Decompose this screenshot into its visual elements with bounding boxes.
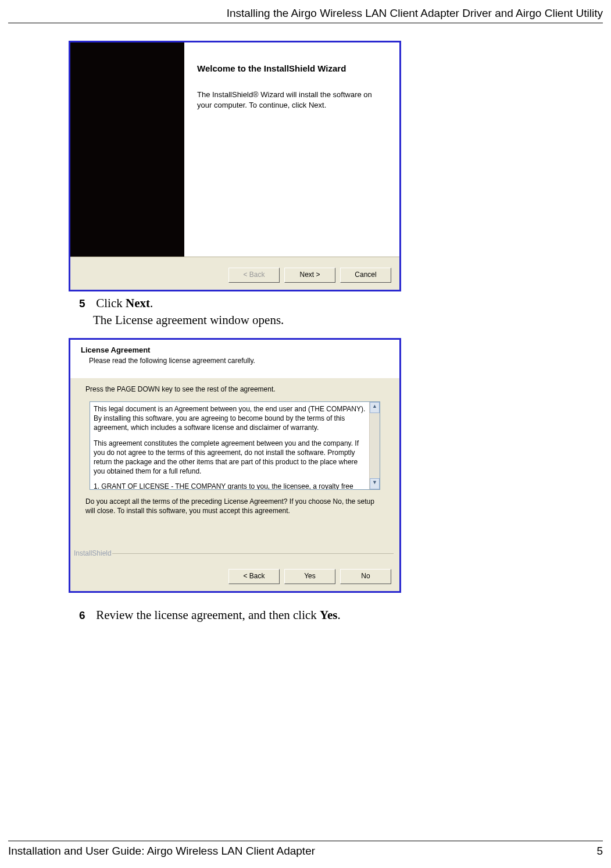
step-text: Click Next.: [96, 296, 153, 310]
wizard-sidebar-image: [70, 42, 184, 257]
cancel-button[interactable]: Cancel: [340, 268, 391, 283]
wizard-body-text: The InstallShield® Wizard will install t…: [197, 90, 387, 110]
license-accept-text: Do you accept all the terms of the prece…: [85, 497, 384, 515]
footer-rule: [8, 841, 603, 841]
step-5: 5 Click Next.: [79, 296, 588, 311]
no-button[interactable]: No: [340, 569, 391, 584]
scrollbar[interactable]: ▲ ▼: [369, 402, 380, 489]
step-number: 6: [79, 609, 93, 622]
license-agreement-dialog: License Agreement Please read the follow…: [69, 338, 401, 593]
header-rule: [8, 23, 603, 23]
step-6: 6 Review the license agreement, and then…: [79, 608, 588, 622]
license-title: License Agreement: [81, 346, 389, 354]
page-content: Welcome to the InstallShield Wizard The …: [69, 41, 588, 625]
step-number: 5: [79, 297, 93, 310]
license-subtitle: Please read the following license agreem…: [89, 357, 389, 365]
license-text-content: This legal document is an Agreement betw…: [90, 402, 369, 489]
license-hint: Press the PAGE DOWN key to see the rest …: [85, 385, 384, 393]
wizard-main-panel: Welcome to the InstallShield Wizard The …: [184, 42, 399, 257]
page-number: 5: [596, 845, 603, 858]
next-button[interactable]: Next >: [284, 268, 335, 283]
brand-divider: [112, 553, 394, 554]
scroll-down-icon[interactable]: ▼: [370, 478, 380, 489]
license-button-bar: < Back Yes No: [70, 558, 399, 591]
license-text-area[interactable]: This legal document is an Agreement betw…: [90, 401, 380, 490]
license-body: Press the PAGE DOWN key to see the rest …: [70, 378, 399, 558]
step-text: Review the license agreement, and then c…: [96, 608, 340, 622]
scroll-track[interactable]: [370, 413, 380, 478]
yes-button[interactable]: Yes: [284, 569, 335, 584]
page-footer: Installation and User Guide: Airgo Wirel…: [8, 845, 603, 858]
scroll-up-icon[interactable]: ▲: [370, 402, 380, 413]
installshield-welcome-dialog: Welcome to the InstallShield Wizard The …: [69, 41, 401, 291]
footer-title: Installation and User Guide: Airgo Wirel…: [8, 845, 315, 858]
wizard-button-bar: < Back Next > Cancel: [70, 257, 399, 290]
step-5-sub: The License agreement window opens.: [93, 313, 588, 328]
back-button[interactable]: < Back: [228, 569, 280, 584]
wizard-title: Welcome to the InstallShield Wizard: [197, 63, 387, 73]
installshield-brand: InstallShield: [74, 549, 112, 557]
back-button: < Back: [228, 268, 280, 283]
page-header: Installing the Airgo Wireless LAN Client…: [0, 7, 603, 20]
